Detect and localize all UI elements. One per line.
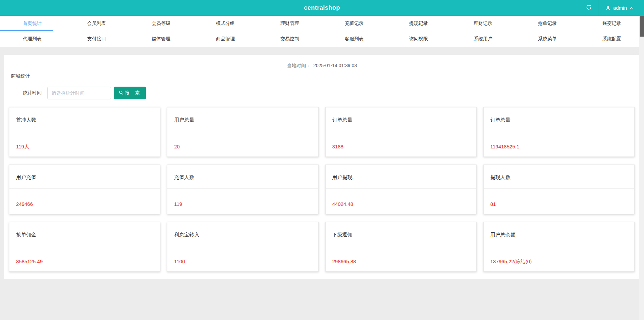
stat-title: 用户总量 (167, 107, 318, 131)
main-nav: 首页统计 会员列表 会员等级 模式分组 理财管理 充值记录 提现记录 理财记录 … (0, 16, 644, 47)
stat-value: 249466 (9, 189, 160, 207)
nav-tab-label: 首页统计 (23, 20, 42, 27)
stat-title: 用户充值 (9, 165, 160, 189)
search-button-label: 搜 索 (125, 90, 142, 96)
nav-tab-label: 系统用户 (474, 36, 492, 42)
stat-title: 充值人数 (167, 165, 318, 189)
nav-tab-product-manage[interactable]: 商品管理 (193, 31, 258, 47)
page-scrollbar[interactable] (639, 16, 644, 320)
content-panel: 当地时间：2025-01-14 01:39:03 商城统计 统计时间 搜 索 首… (4, 55, 640, 279)
stat-title: 提现人数 (484, 165, 634, 189)
nav-tab-home-stats[interactable]: 首页统计 (0, 16, 64, 31)
nav-tab-payment-api[interactable]: 支付接口 (64, 31, 129, 47)
nav-tab-label: 会员列表 (87, 20, 106, 27)
stat-value: 3188 (326, 131, 476, 149)
nav-tab-label: 商品管理 (216, 36, 235, 42)
stat-card-interest-transfer-in: 利息宝转入 1100 (167, 222, 318, 272)
stat-card-user-total-balance: 用户总余额 137965.22/冻结(0) (483, 222, 635, 272)
nav-tab-mode-group[interactable]: 模式分组 (193, 16, 258, 31)
stats-card-grid: 首冲人数 119人 用户总量 20 订单总量 3188 订单总量 1194185… (4, 99, 640, 272)
nav-tab-label: 系统配置 (602, 36, 621, 42)
nav-tab-label: 代理列表 (23, 36, 42, 42)
nav-tab-recharge-records[interactable]: 充值记录 (322, 16, 386, 31)
nav-tab-label: 抢单记录 (538, 20, 557, 27)
scrollbar-thumb[interactable] (640, 16, 644, 37)
refresh-icon (586, 4, 592, 12)
nav-tab-label: 会员等级 (152, 20, 170, 27)
stat-card-subordinate-rebate: 下级返佣 298665.88 (325, 222, 477, 272)
nav-row-2: 代理列表 支付接口 媒体管理 商品管理 交易控制 客服列表 访问权限 系统用户 … (0, 31, 644, 47)
stat-time-label: 统计时间 (23, 90, 42, 96)
nav-tab-balance-change-records[interactable]: 账变记录 (580, 16, 644, 31)
stat-card-total-users: 用户总量 20 (167, 107, 318, 157)
nav-tab-media-manage[interactable]: 媒体管理 (129, 31, 193, 47)
search-button[interactable]: 搜 索 (114, 87, 146, 99)
stat-time-input[interactable] (47, 87, 111, 99)
app-header: centralshop admin (0, 0, 644, 16)
stat-title: 利息宝转入 (167, 222, 318, 246)
nav-tab-system-users[interactable]: 系统用户 (451, 31, 515, 47)
local-time-value: 2025-01-14 01:39:03 (313, 63, 357, 68)
stat-card-grab-order-commission: 抢单佣金 3585125.49 (9, 222, 160, 272)
stat-value: 3585125.49 (9, 246, 160, 264)
stat-title: 订单总量 (326, 107, 476, 131)
stat-value: 119人 (9, 131, 160, 150)
username-label: admin (613, 5, 627, 11)
nav-tab-system-menu[interactable]: 系统菜单 (515, 31, 580, 47)
stat-value: 1100 (167, 246, 318, 264)
nav-tab-label: 账变记录 (602, 20, 621, 27)
nav-tab-finance-manage[interactable]: 理财管理 (258, 16, 322, 31)
search-icon (118, 90, 124, 96)
nav-tab-label: 支付接口 (87, 36, 106, 42)
stat-value: 44024.48 (326, 189, 476, 207)
stat-title: 用户总余额 (484, 222, 634, 246)
stat-value: 20 (167, 131, 318, 149)
stat-value: 119 (167, 189, 318, 207)
nav-row-1: 首页统计 会员列表 会员等级 模式分组 理财管理 充值记录 提现记录 理财记录 … (0, 16, 644, 31)
stat-title: 首冲人数 (9, 107, 160, 131)
chevron-up-icon (629, 6, 634, 10)
nav-tab-label: 访问权限 (409, 36, 428, 42)
stat-value: 137965.22/冻结(0) (484, 246, 634, 265)
stat-card-user-withdraw: 用户提现 44024.48 (325, 165, 477, 214)
nav-tab-finance-records[interactable]: 理财记录 (451, 16, 515, 31)
nav-tab-label: 理财记录 (474, 20, 492, 27)
stat-value: 298665.88 (326, 246, 476, 264)
app-title: centralshop (304, 4, 340, 11)
local-time-label: 当地时间： (287, 63, 311, 68)
nav-tab-label: 理财管理 (280, 20, 299, 27)
stat-title: 用户提现 (326, 165, 476, 189)
nav-tab-label: 媒体管理 (152, 36, 170, 42)
user-menu[interactable]: admin (598, 0, 639, 16)
nav-tab-service-list[interactable]: 客服列表 (322, 31, 386, 47)
nav-tab-label: 模式分组 (216, 20, 235, 27)
nav-tab-agent-list[interactable]: 代理列表 (0, 31, 64, 47)
stat-card-total-orders: 订单总量 3188 (325, 107, 477, 157)
stat-value: 119418525.1 (484, 131, 634, 149)
stat-card-total-order-amount: 订单总量 119418525.1 (483, 107, 635, 157)
nav-tab-trade-control[interactable]: 交易控制 (258, 31, 322, 47)
stat-card-withdraw-users: 提现人数 81 (483, 165, 635, 214)
stat-value: 81 (484, 189, 634, 207)
nav-tab-withdraw-records[interactable]: 提现记录 (386, 16, 451, 31)
refresh-button[interactable] (579, 0, 598, 16)
nav-tab-label: 提现记录 (409, 20, 428, 27)
nav-tab-grab-order-records[interactable]: 抢单记录 (515, 16, 580, 31)
stat-card-recharge-users: 充值人数 119 (167, 165, 318, 214)
stat-card-first-recharge-users: 首冲人数 119人 (9, 107, 160, 157)
stat-card-user-recharge: 用户充值 249466 (9, 165, 160, 214)
nav-tab-member-level[interactable]: 会员等级 (129, 16, 193, 31)
nav-tab-label: 交易控制 (280, 36, 299, 42)
nav-tab-system-config[interactable]: 系统配置 (580, 31, 644, 47)
nav-tab-label: 客服列表 (345, 36, 364, 42)
nav-tab-label: 充值记录 (345, 20, 364, 27)
nav-tab-label: 系统菜单 (538, 36, 557, 42)
page-title: 商城统计 (11, 73, 640, 79)
user-icon (605, 5, 611, 11)
nav-tab-access-rights[interactable]: 访问权限 (386, 31, 451, 47)
stat-title: 订单总量 (484, 107, 634, 131)
nav-tab-member-list[interactable]: 会员列表 (64, 16, 129, 31)
stat-title: 抢单佣金 (9, 222, 160, 246)
local-time: 当地时间：2025-01-14 01:39:03 (4, 63, 640, 69)
header-right-controls: admin (579, 0, 639, 16)
